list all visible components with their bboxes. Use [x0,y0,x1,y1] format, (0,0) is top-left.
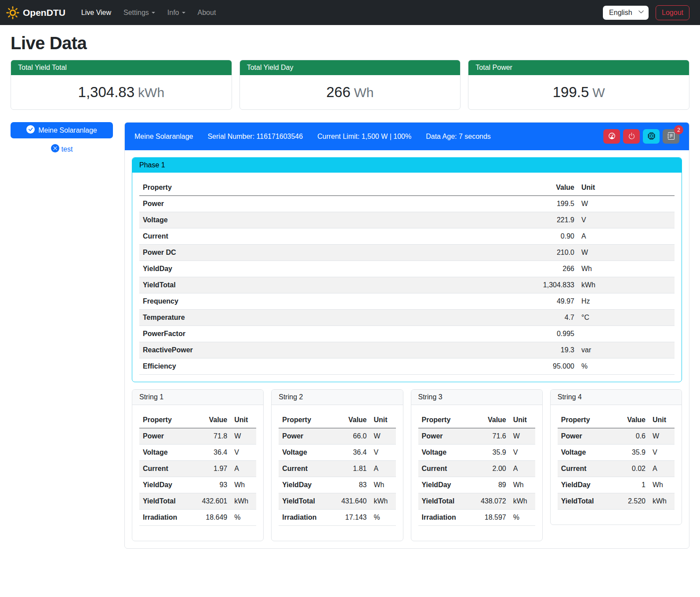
total-power-value: 199.5 [553,84,589,100]
column-header-unit: Unit [231,412,256,428]
language-select[interactable]: English [603,6,649,20]
brand[interactable]: OpenDTU [6,6,65,19]
row-property: Voltage [558,445,609,461]
row-unit: % [578,358,675,375]
row-unit: A [649,461,675,477]
inverter-serial: Serial Number: 116171603546 [207,133,303,141]
row-unit: Wh [231,477,256,493]
row-unit: V [510,445,535,461]
row-value: 2.00 [469,461,510,477]
row-unit: W [578,196,675,212]
string-2-table: Property Value Unit Power [279,412,395,526]
nav-item-about[interactable]: About [192,5,222,20]
row-value: 431.640 [330,493,370,510]
inverter-data-age: Data Age: 7 seconds [426,133,491,141]
chevron-down-icon [638,9,644,17]
brand-label: OpenDTU [23,7,65,18]
power-toggle-button[interactable] [623,129,640,144]
journal-text-icon [667,132,675,141]
nav-links: Live View Settings Info About [75,5,222,20]
table-row: Frequency 49.97 Hz [139,293,675,310]
row-value: 35.9 [469,445,510,461]
row-value: 1.97 [190,461,231,477]
row-unit: Wh [370,477,396,493]
row-value: 199.5 [525,196,578,212]
string-2-card: String 2 Property Value Unit [271,389,403,541]
inverter-button-meine-solaranlage[interactable]: Meine Solaranlage [11,122,113,138]
nav-item-live-view[interactable]: Live View [75,5,117,20]
row-property: YieldDay [418,477,469,493]
total-power-card: Total Power 199.5W [468,60,689,110]
limit-settings-button[interactable] [603,129,620,144]
table-row: YieldDay 266 Wh [139,261,675,277]
row-property: Current [558,461,609,477]
row-property: Current [139,228,525,245]
row-value: 93 [190,477,231,493]
row-unit: A [370,461,396,477]
event-count-badge: 2 [674,125,683,134]
total-yield-total-card: Total Yield Total 1,304.83kWh [11,60,232,110]
table-row: Current 1.81 A [279,461,395,477]
row-property: Temperature [139,310,525,326]
table-row: Power 199.5 W [139,196,675,212]
row-unit: V [370,445,396,461]
row-value: 35.9 [609,445,649,461]
row-property: Power [139,428,190,445]
table-row: YieldTotal 1,304.833 kWh [139,277,675,293]
total-yield-total-unit: kWh [138,85,164,100]
row-value: 2.520 [609,493,649,510]
nav-item-info[interactable]: Info [161,5,192,20]
table-row: YieldTotal 432.601 kWh [139,493,256,510]
row-property: Frequency [139,293,525,310]
row-unit: Hz [578,293,675,310]
x-circle-icon [51,144,59,154]
row-value: 0.995 [525,326,578,342]
table-row: Current 2.00 A [418,461,535,477]
table-row: Voltage 35.9 V [558,445,675,461]
row-value: 89 [469,477,510,493]
row-value: 438.072 [469,493,510,510]
event-log-button[interactable]: 2 [663,129,679,144]
inverter-button-label: Meine Solaranlage [38,127,97,134]
nav-item-settings[interactable]: Settings [117,5,161,20]
table-row: Current 1.97 A [139,461,256,477]
row-property: ReactivePower [139,342,525,358]
row-value: 36.4 [190,445,231,461]
column-header-unit: Unit [649,412,675,428]
string-4-title: String 4 [551,390,682,405]
strings-row: String 1 Property Value Unit [132,389,682,541]
row-unit: A [578,228,675,245]
row-property: Current [139,461,190,477]
card-title: Total Power [468,60,689,75]
table-row: Power 0.6 W [558,428,675,445]
phase-1-panel: Phase 1 Property Value Unit [132,157,682,382]
language-selected-value: English [609,9,632,16]
row-value: 1,304.833 [525,277,578,293]
row-unit: A [231,461,256,477]
row-unit: var [578,342,675,358]
table-row: YieldTotal 438.072 kWh [418,493,535,510]
row-property: Voltage [418,445,469,461]
row-property: Power [139,196,525,212]
table-row: Irradiation 18.649 % [139,510,256,526]
row-value: 49.97 [525,293,578,310]
check-circle-icon [26,125,35,135]
device-info-button[interactable] [643,129,660,144]
table-row: YieldDay 89 Wh [418,477,535,493]
row-unit: kWh [510,493,535,510]
table-row: Voltage 36.4 V [139,445,256,461]
row-value: 95.000 [525,358,578,375]
table-row: Power 71.8 W [139,428,256,445]
row-unit: W [578,245,675,261]
column-header-unit: Unit [578,180,675,196]
row-value: 1.81 [330,461,370,477]
row-unit: W [231,428,256,445]
row-unit: Wh [578,261,675,277]
total-yield-total-value: 1,304.83 [78,84,134,100]
string-4-table: Property Value Unit Power [558,412,675,510]
inverter-selector-sidebar: Meine Solaranlage test [11,122,113,154]
row-value: 66.0 [330,428,370,445]
column-header-property: Property [558,412,609,428]
inverter-button-test[interactable]: test [11,144,113,154]
logout-button[interactable]: Logout [656,5,689,20]
